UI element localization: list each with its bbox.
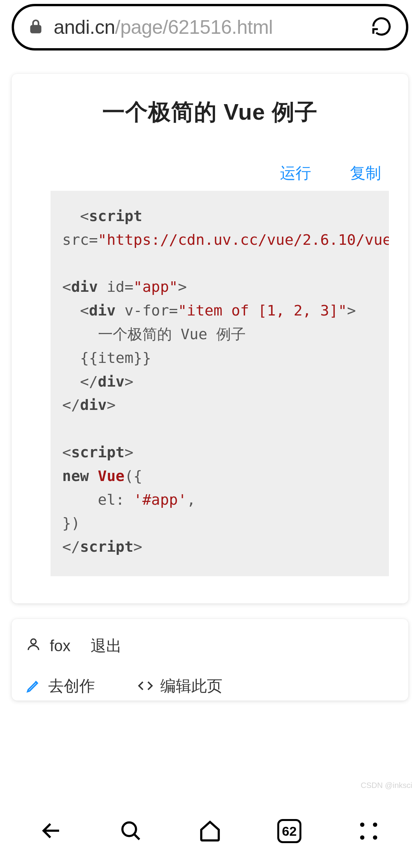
arrow-left-icon xyxy=(40,819,63,844)
code-tag-div2-close: div xyxy=(98,373,125,390)
lock-icon xyxy=(28,18,44,36)
url-path: /page/621516.html xyxy=(115,16,273,38)
code-actions: 运行 复制 xyxy=(31,162,389,184)
url-domain: andi.cn xyxy=(54,16,115,38)
code-attr-src: src xyxy=(62,231,89,248)
run-button[interactable]: 运行 xyxy=(280,162,311,184)
back-button[interactable] xyxy=(36,816,67,847)
code-val-id: "app" xyxy=(133,278,178,295)
code-interp-line: {{item}} xyxy=(62,349,151,366)
svg-point-2 xyxy=(122,822,136,836)
search-button[interactable] xyxy=(115,816,146,847)
search-icon xyxy=(119,819,142,844)
code-tag-script: script xyxy=(89,207,142,225)
code-kw-new: new xyxy=(62,467,89,485)
code-attr-vfor: v-for xyxy=(124,302,169,319)
logout-button[interactable]: 退出 xyxy=(91,635,122,657)
code-tag-div: div xyxy=(71,278,98,295)
code-val-vfor: "item of [1, 2, 3]" xyxy=(178,302,347,319)
code-el-val: '#app' xyxy=(133,491,187,508)
page-title: 一个极简的 Vue 例子 xyxy=(31,97,389,127)
svg-point-1 xyxy=(31,639,36,644)
watermark: CSDN @inksci xyxy=(360,781,412,790)
content-area: 一个极简的 Vue 例子 运行 复制 <script src="https://… xyxy=(0,51,420,701)
url-text[interactable]: andi.cn/page/621516.html xyxy=(54,16,361,38)
user-card: fox 退出 去创作 编辑此页 xyxy=(12,619,408,701)
code-block: <script src="https://cdn.uv.cc/vue/2.6.1… xyxy=(51,191,389,576)
menu-dots-icon xyxy=(360,823,377,840)
svg-rect-0 xyxy=(31,26,41,33)
article-card: 一个极简的 Vue 例子 运行 复制 <script src="https://… xyxy=(12,74,408,603)
edit-page-button[interactable]: 编辑此页 xyxy=(138,675,222,697)
address-bar[interactable]: andi.cn/page/621516.html xyxy=(12,4,408,51)
action-row: 去创作 编辑此页 xyxy=(26,675,394,697)
code-cls-vue: Vue xyxy=(98,467,125,485)
user-icon xyxy=(26,636,41,655)
code-tag-script2-close: script xyxy=(80,538,133,555)
home-icon xyxy=(198,819,222,844)
create-label: 去创作 xyxy=(48,675,95,697)
code-tag-div2: div xyxy=(89,302,116,319)
edit-page-label: 编辑此页 xyxy=(160,675,222,697)
menu-button[interactable] xyxy=(353,816,384,847)
bottom-nav: 62 xyxy=(0,806,420,868)
code-attr-id: id xyxy=(107,278,124,295)
user-row: fox 退出 xyxy=(26,635,394,657)
tab-count: 62 xyxy=(282,824,297,839)
code-val-src: "https://cdn.uv.cc/vue/2.6.10/vue.min.js… xyxy=(98,231,389,248)
code-text-line: 一个极简的 Vue 例子 xyxy=(62,326,246,343)
username: fox xyxy=(50,637,70,655)
create-button[interactable]: 去创作 xyxy=(26,675,95,697)
code-tag-div-close: div xyxy=(80,396,107,413)
code-tag-script2: script xyxy=(71,444,124,461)
tab-counter-icon: 62 xyxy=(277,819,301,843)
home-button[interactable] xyxy=(194,816,226,847)
tabs-button[interactable]: 62 xyxy=(274,816,305,847)
reload-icon[interactable] xyxy=(371,16,392,39)
code-el-key: el: xyxy=(62,491,124,508)
copy-button[interactable]: 复制 xyxy=(350,162,381,184)
